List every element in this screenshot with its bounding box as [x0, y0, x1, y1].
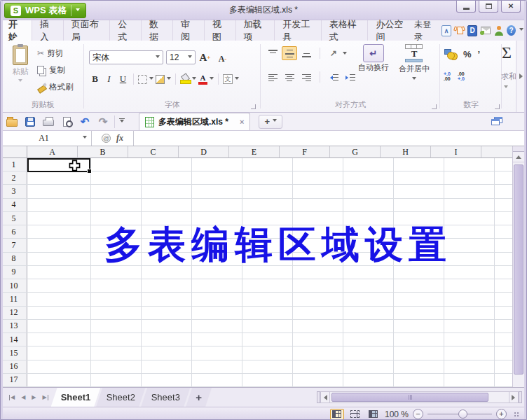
formula-input[interactable]: [134, 131, 526, 146]
ribbon-tab[interactable]: 公式: [109, 20, 141, 41]
grid-row[interactable]: 3: [1, 185, 514, 198]
grid-row[interactable]: 16: [1, 360, 514, 374]
close-button[interactable]: ✕: [501, 1, 521, 13]
cut-button[interactable]: ✂ 剪切: [36, 45, 74, 62]
sheet-tab[interactable]: Sheet2: [96, 388, 145, 407]
alignment-dialog-launcher-icon[interactable]: [432, 104, 437, 109]
sheet-tab[interactable]: Sheet1: [51, 388, 101, 407]
scroll-right-button[interactable]: [509, 391, 519, 403]
ribbon-tab[interactable]: 数据: [141, 20, 172, 41]
next-sheet-button[interactable]: ▶: [32, 395, 36, 400]
shrink-font-button[interactable]: A-: [217, 52, 228, 66]
grid-row[interactable]: 12: [1, 307, 514, 320]
save-button[interactable]: [23, 115, 37, 129]
chevron-down-icon[interactable]: [18, 79, 22, 84]
vertical-scrollbar[interactable]: [512, 146, 524, 387]
docer-icon[interactable]: D: [467, 25, 477, 36]
minimize-button[interactable]: [456, 1, 476, 13]
chevron-down-icon[interactable]: [167, 77, 171, 82]
grow-font-button[interactable]: A+: [199, 50, 211, 64]
select-all-corner[interactable]: [1, 146, 27, 158]
zoom-slider-track[interactable]: [427, 409, 492, 419]
align-right-button[interactable]: [299, 70, 314, 84]
row-header[interactable]: 17: [1, 374, 27, 386]
chevron-down-icon[interactable]: [210, 77, 214, 82]
close-document-icon[interactable]: ×: [240, 118, 244, 126]
sheet-tab[interactable]: Sheet3: [141, 388, 190, 407]
undo-button[interactable]: ↶: [78, 115, 92, 129]
column-header[interactable]: I: [431, 146, 481, 158]
print-preview-button[interactable]: [60, 115, 74, 129]
copy-button[interactable]: 复制: [36, 62, 74, 78]
grid-row[interactable]: 15: [1, 346, 514, 360]
chevron-down-icon[interactable]: [149, 77, 153, 82]
align-top-button[interactable]: [265, 46, 280, 60]
phonetic-guide-icon[interactable]: 文: [223, 74, 233, 84]
column-header[interactable]: H: [381, 146, 431, 158]
ribbon-tab[interactable]: 表格样式: [321, 20, 368, 41]
last-sheet-button[interactable]: ▶: [42, 395, 48, 400]
chevron-down-icon[interactable]: [192, 77, 196, 82]
decrease-indent-button[interactable]: [326, 70, 341, 84]
row-header[interactable]: 6: [1, 225, 27, 238]
fill-color-icon[interactable]: [156, 75, 165, 84]
vertical-scroll-thumb[interactable]: [514, 164, 523, 374]
column-header[interactable]: D: [179, 146, 229, 158]
help-icon[interactable]: ?: [507, 25, 516, 36]
previous-sheet-button[interactable]: ◀: [21, 395, 25, 400]
grid-row[interactable]: 14: [1, 333, 514, 346]
restore-button[interactable]: [479, 1, 498, 13]
highlight-color-icon[interactable]: [180, 74, 190, 84]
horizontal-scrollbar[interactable]: [317, 391, 522, 404]
column-header[interactable]: C: [128, 146, 179, 158]
login-link[interactable]: 未登录: [414, 19, 436, 43]
name-box[interactable]: A1: [1, 131, 92, 146]
row-header[interactable]: 5: [1, 212, 27, 225]
decrease-decimal-button[interactable]: .00 +.0: [458, 71, 465, 81]
align-left-button[interactable]: [265, 70, 280, 84]
percent-style-button[interactable]: %: [463, 49, 472, 59]
page-break-view-button[interactable]: [348, 409, 362, 420]
redo-button[interactable]: ↷: [96, 115, 110, 129]
sum-button[interactable]: Σ: [502, 43, 512, 62]
first-sheet-button[interactable]: ◀: [9, 395, 15, 400]
row-header[interactable]: 12: [1, 307, 27, 319]
row-header[interactable]: 10: [1, 279, 27, 292]
merge-center-button[interactable]: T 合并居中: [396, 44, 432, 83]
align-bottom-button[interactable]: [299, 46, 314, 60]
underline-button[interactable]: U: [117, 72, 129, 86]
italic-button[interactable]: I: [103, 72, 115, 86]
row-header[interactable]: 4: [1, 199, 27, 211]
zoom-slider-handle[interactable]: [458, 410, 467, 419]
ribbon-tab[interactable]: 视图: [204, 20, 235, 41]
insert-function-icon[interactable]: fx: [116, 133, 123, 144]
column-header[interactable]: G: [330, 146, 381, 158]
ribbon-tab[interactable]: 加载项: [235, 20, 275, 41]
horizontal-scroll-thumb[interactable]: [331, 393, 488, 402]
ribbon-tab[interactable]: 页面布局: [63, 20, 110, 41]
selected-cell-a1[interactable]: [27, 158, 90, 172]
grid-row[interactable]: 9: [1, 266, 514, 279]
font-family-select[interactable]: 宋体: [89, 50, 163, 64]
chevron-down-icon[interactable]: [343, 52, 347, 57]
comma-style-button[interactable]: ’: [478, 49, 481, 59]
column-header[interactable]: B: [78, 146, 128, 158]
grid-row[interactable]: 13: [1, 320, 514, 333]
row-header[interactable]: 7: [1, 239, 27, 251]
row-header[interactable]: 14: [1, 333, 27, 346]
ribbon-tab[interactable]: 开始: [1, 20, 32, 41]
open-button[interactable]: [5, 115, 19, 129]
chevron-down-icon[interactable]: [273, 119, 277, 124]
currency-icon[interactable]: [444, 49, 457, 59]
column-header[interactable]: F: [280, 146, 330, 158]
orientation-button[interactable]: ↗: [326, 46, 341, 60]
font-size-select[interactable]: 12: [166, 50, 196, 64]
paste-button[interactable]: 粘贴: [7, 44, 34, 99]
column-header[interactable]: E: [229, 146, 280, 158]
row-header[interactable]: 9: [1, 266, 27, 279]
font-color-icon[interactable]: A: [198, 74, 207, 85]
align-center-button[interactable]: [282, 70, 297, 84]
column-header[interactable]: A: [27, 146, 78, 158]
grid-row[interactable]: 11: [1, 293, 514, 306]
format-painter-button[interactable]: 格式刷: [36, 78, 74, 95]
